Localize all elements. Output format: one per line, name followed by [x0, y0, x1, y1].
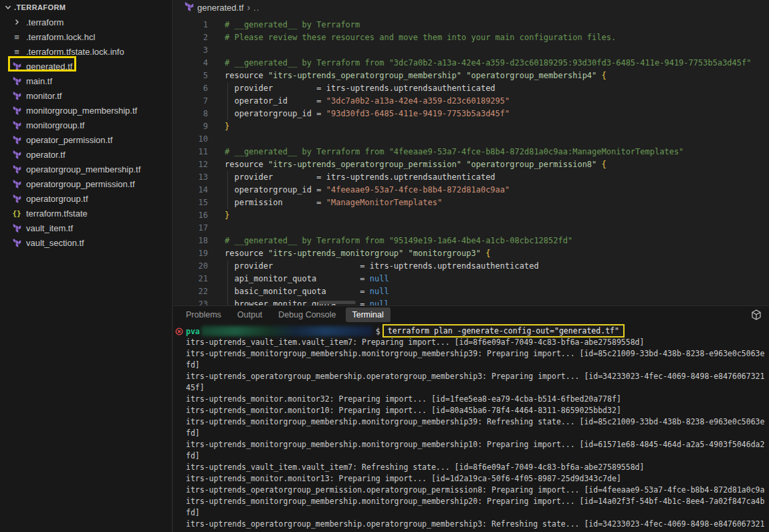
line-number: 6 [173, 82, 208, 95]
file-label: monitorgroup_membership.tf [26, 106, 137, 116]
code-text: operatorgroup_id = "93d30fd3-6485-411e-9… [225, 108, 510, 120]
editor-pane: generated.tf › .. 1# __generated__ by Te… [173, 0, 769, 306]
file-label: operator_permission.tf [26, 135, 112, 145]
line-number: 11 [173, 146, 208, 158]
code-line-15: 15 permission = "ManageMonitorTemplates" [173, 196, 769, 209]
code-line-9: 9} [173, 120, 769, 133]
terraform-icon [11, 237, 23, 248]
code-text: provider = itrs-uptrends.uptrendsauthent… [225, 171, 496, 184]
breadcrumb-more[interactable]: .. [253, 3, 259, 13]
code-text: browser_monitor_quota = null [225, 298, 389, 306]
terraform-icon [11, 178, 23, 189]
sidebar-item-monitorgroup-membership-tf[interactable]: monitorgroup_membership.tf [0, 103, 172, 118]
sidebar-item-vault-section-tf[interactable]: vault_section.tf [0, 235, 172, 250]
prompt-symbol: $ [376, 327, 380, 336]
explorer-root-label: .TERRAFORM [14, 3, 66, 11]
chevron-down-icon [3, 2, 13, 13]
sidebar-item-operator-tf[interactable]: operator.tf [0, 147, 172, 162]
terraform-icon [11, 223, 23, 233]
terminal-prompt-row: pva $ terraform plan -generate-config-ou… [186, 325, 769, 337]
sidebar-item--terraform[interactable]: .terraform [0, 15, 172, 29]
file-label: monitorgroup.tf [26, 120, 84, 130]
terminal-line: itrs-uptrends_monitorgroup_membership.mo… [186, 416, 769, 428]
command-failed-icon [175, 327, 183, 336]
explorer-sidebar: .TERRAFORM .terraform≡.terraform.lock.hc… [0, 0, 173, 532]
terraform-icon [11, 149, 23, 160]
line-number: 3 [173, 44, 208, 57]
cube-icon[interactable] [750, 309, 762, 321]
file-lines-icon: ≡ [11, 31, 23, 42]
terraform-icon [11, 61, 23, 72]
file-label: .terraform.tfstate.lock.info [26, 47, 124, 57]
terraform-icon [11, 90, 23, 101]
code-line-6: 6 provider = itrs-uptrends.uptrendsauthe… [173, 82, 769, 95]
horizontal-scrollbar[interactable] [318, 301, 356, 304]
terminal-line: itrs-uptrends_vault_item.vault_item7: Re… [186, 462, 769, 473]
file-label: terraform.tfstate [26, 209, 88, 219]
code-line-19: 19resource "itrs-uptrends_monitorgroup" … [173, 247, 769, 260]
code-area[interactable]: 1# __generated__ by Terraform2# Please r… [173, 15, 769, 306]
code-line-1: 1# __generated__ by Terraform [173, 19, 769, 31]
file-label: vault_item.tf [26, 223, 73, 233]
code-line-23: 23 browser_monitor_quota = null [173, 298, 769, 306]
line-number: 23 [173, 298, 208, 306]
code-text: # Please review these resources and move… [225, 31, 616, 44]
prompt-user: pva [186, 327, 200, 336]
code-text: # __generated__ by Terraform from "95149… [225, 235, 572, 247]
breadcrumb-separator: › [247, 2, 250, 13]
panel-tab-problems[interactable]: Problems [186, 307, 221, 322]
code-line-10: 10 [173, 133, 769, 146]
line-number: 19 [173, 247, 208, 260]
indent-guide [227, 82, 228, 120]
sidebar-item--terraform-lock-hcl[interactable]: ≡.terraform.lock.hcl [0, 29, 172, 44]
code-text: # __generated__ by Terraform [225, 19, 360, 31]
code-line-16: 16} [173, 209, 769, 222]
sidebar-item-monitor-tf[interactable]: monitor.tf [0, 88, 172, 103]
line-number: 8 [173, 108, 208, 120]
file-label: operatorgroup_membership.tf [26, 164, 140, 174]
sidebar-item-main-tf[interactable]: main.tf [0, 74, 172, 88]
panel-tab-terminal[interactable]: Terminal [346, 307, 391, 322]
terminal-line: itrs-uptrends_monitor.monitor10: Prepari… [186, 405, 769, 416]
file-label: .terraform [26, 17, 64, 27]
code-line-8: 8 operatorgroup_id = "93d30fd3-6485-411e… [173, 108, 769, 120]
code-text: # __generated__ by Terraform from "4feea… [225, 146, 683, 158]
line-number: 18 [173, 235, 208, 247]
sidebar-item--terraform-tfstate-lock-info[interactable]: ≡.terraform.tfstate.lock.info [0, 44, 172, 59]
code-line-2: 2# Please review these resources and mov… [173, 31, 769, 44]
sidebar-item-operatorgroup-permission-tf[interactable]: operatorgroup_permission.tf [0, 176, 172, 191]
code-line-3: 3 [173, 44, 769, 57]
terminal[interactable]: pva $ terraform plan -generate-config-ou… [173, 323, 769, 530]
terminal-line: itrs-uptrends_monitorgroup_membership.mo… [186, 439, 769, 450]
line-number: 4 [173, 57, 208, 70]
terminal-output: itrs-uptrends_vault_item.vault_item7: Pr… [186, 337, 769, 530]
breadcrumb: generated.tf › .. [173, 0, 769, 15]
panel-tab-output[interactable]: Output [237, 307, 263, 322]
line-number: 10 [173, 133, 208, 146]
panel-tab-debug-console[interactable]: Debug Console [278, 307, 336, 322]
code-text: basic_monitor_quota = null [225, 285, 389, 298]
sidebar-item-generated-tf[interactable]: generated.tf [0, 59, 172, 74]
code-text: permission = "ManageMonitorTemplates" [225, 196, 442, 209]
indent-guide [227, 260, 228, 305]
code-line-13: 13 provider = itrs-uptrends.uptrendsauth… [173, 171, 769, 184]
breadcrumb-file[interactable]: generated.tf [197, 3, 243, 13]
code-line-12: 12resource "itrs-uptrends_operatorgroup_… [173, 158, 769, 171]
sidebar-item-monitorgroup-tf[interactable]: monitorgroup.tf [0, 118, 172, 132]
sidebar-item-operatorgroup-membership-tf[interactable]: operatorgroup_membership.tf [0, 162, 172, 176]
line-number: 22 [173, 285, 208, 298]
terminal-line: 45f] [186, 382, 769, 394]
line-number: 12 [173, 158, 208, 171]
code-line-17: 17 [173, 222, 769, 235]
annotation-highlight-command: terraform plan -generate-config-out="gen… [382, 324, 625, 338]
sidebar-item-operator-permission-tf[interactable]: operator_permission.tf [0, 132, 172, 147]
terminal-line: itrs-uptrends_operatorgroup_membership.o… [186, 371, 769, 382]
code-line-11: 11# __generated__ by Terraform from "4fe… [173, 146, 769, 158]
line-number: 1 [173, 19, 208, 31]
sidebar-item-terraform-tfstate[interactable]: {}terraform.tfstate [0, 206, 172, 221]
sidebar-item-vault-item-tf[interactable]: vault_item.tf [0, 221, 172, 235]
explorer-section-header[interactable]: .TERRAFORM [0, 0, 172, 15]
sidebar-item-operatorgroup-tf[interactable]: operatorgroup.tf [0, 191, 172, 206]
code-line-18: 18# __generated__ by Terraform from "951… [173, 235, 769, 247]
line-number: 5 [173, 70, 208, 82]
